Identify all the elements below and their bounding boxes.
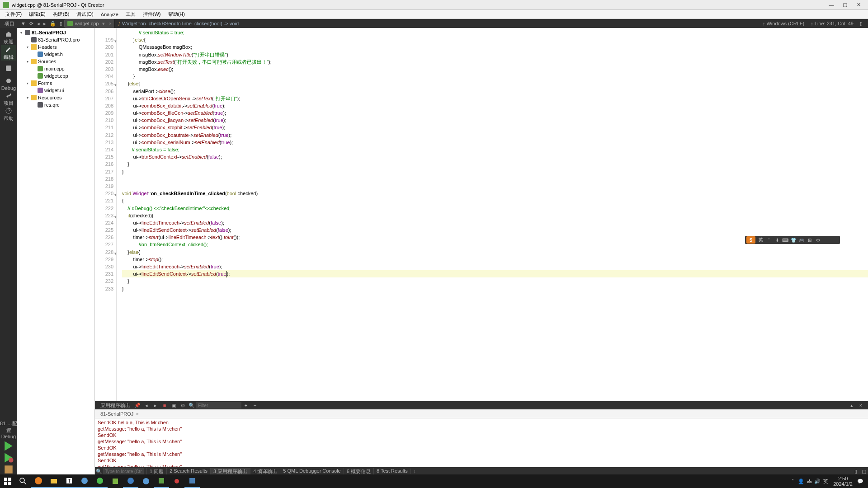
tree-node[interactable]: ▾Sources — [17, 58, 94, 65]
tray-volume-icon[interactable]: 🔊 — [813, 474, 821, 488]
taskbar-app2-icon[interactable] — [108, 474, 123, 488]
tree-node[interactable]: ▾81-SerialPROJ — [17, 29, 94, 36]
minimize-button[interactable]: — — [825, 1, 838, 9]
tray-ime-icon[interactable]: 英 — [821, 474, 830, 488]
panel-button[interactable]: 6 概要信息 — [344, 468, 373, 475]
tree-node[interactable]: 81-SerialPROJ.pro — [17, 36, 94, 43]
line-ending-selector[interactable]: ↕ Windows (CRLF) — [763, 21, 804, 27]
output-filter-input[interactable] — [196, 402, 241, 408]
close-panel-icon[interactable]: ▢ — [861, 468, 867, 474]
lock-icon[interactable]: 🔒 — [48, 21, 58, 27]
menu-item[interactable]: 编辑(E) — [25, 11, 49, 18]
nav-back-icon[interactable]: ◂ — [35, 21, 42, 27]
taskbar-app4-icon[interactable] — [138, 474, 154, 488]
ime-settings-icon[interactable]: ⚙ — [814, 236, 822, 244]
output-zoom-out-icon[interactable]: − — [251, 402, 259, 408]
ime-skin-icon[interactable]: 👕 — [789, 236, 797, 244]
tray-network-icon[interactable]: 🖧 — [805, 474, 813, 488]
menu-item[interactable]: 控件(W) — [139, 11, 165, 18]
ime-game-icon[interactable]: 🎮 — [797, 236, 806, 244]
panel-button[interactable]: 5 QML Debugger Console — [280, 468, 343, 475]
code-body[interactable]: // serialStatus = true; }else{ QMessageB… — [117, 28, 868, 401]
output-stop-icon[interactable]: ■ — [161, 402, 168, 408]
build-button[interactable] — [2, 464, 15, 475]
kit-selector[interactable]: 81-…配置 Debug — [0, 419, 17, 440]
tree-node[interactable]: widget.h — [17, 51, 94, 58]
output-tab-close-icon[interactable]: × — [136, 411, 138, 417]
locator-search-icon[interactable]: 🔍 — [96, 468, 102, 474]
maximize-button[interactable]: ▢ — [838, 1, 852, 9]
tab-close-icon[interactable]: × — [108, 21, 111, 26]
ime-voice-icon[interactable]: ⬇ — [773, 236, 781, 244]
mode-edit[interactable]: 编辑 — [1, 45, 16, 61]
taskbar-app3-icon[interactable] — [123, 474, 138, 488]
taskbar-typora-icon[interactable]: T — [61, 474, 77, 488]
search-icon[interactable] — [15, 474, 31, 488]
start-button[interactable] — [0, 474, 15, 488]
ime-punct-icon[interactable]: ' — [765, 236, 773, 244]
tree-node[interactable]: widget.ui — [17, 87, 94, 94]
output-close-icon[interactable]: × — [857, 402, 864, 408]
panel-button[interactable]: 1 问题 — [146, 468, 166, 475]
tree-node[interactable]: main.cpp — [17, 65, 94, 72]
symbol-crumb[interactable]: ƒ Widget::on_checkBSendInTime_clicked(bo… — [115, 21, 241, 26]
output-collapse-icon[interactable]: ▴ — [848, 402, 855, 408]
tree-node[interactable]: widget.cpp — [17, 72, 94, 80]
mode-bug[interactable]: Debug — [1, 76, 16, 91]
output-next-icon[interactable]: ▸ — [152, 402, 159, 408]
output-body[interactable]: SendOK hello a, This is Mr.chengetMessag… — [95, 418, 868, 467]
menu-item[interactable]: 帮助(H) — [165, 11, 189, 18]
tray-people-icon[interactable]: 👤 — [797, 474, 805, 488]
mode-design[interactable] — [1, 61, 16, 76]
output-zoom-in-icon[interactable]: + — [242, 402, 250, 408]
tree-node[interactable]: ▾Forms — [17, 80, 94, 87]
output-prev-icon[interactable]: ◂ — [143, 402, 150, 408]
panel-dropdown-icon[interactable]: ↕ — [410, 469, 419, 474]
menu-item[interactable]: Analyze — [97, 12, 122, 17]
mode-wrench[interactable]: 项目 — [1, 91, 16, 107]
panel-button[interactable]: 8 Test Results — [373, 468, 410, 475]
output-clear-icon[interactable]: ⊘ — [179, 402, 186, 408]
panel-button[interactable]: 4 编译输出 — [250, 468, 280, 475]
ime-keyboard-icon[interactable]: ⌨ — [781, 236, 789, 244]
tray-up-icon[interactable]: ˄ — [789, 474, 797, 488]
ime-toolbar[interactable]: S 英 ' ⬇ ⌨ 👕 🎮 ⊞ ⚙ — [745, 236, 840, 244]
menu-item[interactable]: 构建(B) — [49, 11, 73, 18]
editor-tab[interactable]: widget.cpp ▾ × — [65, 19, 115, 28]
taskbar-explorer-icon[interactable] — [46, 474, 61, 488]
tree-node[interactable]: ▾Resources — [17, 94, 94, 101]
ime-mode[interactable]: 英 — [757, 236, 765, 244]
sync-icon[interactable]: ⟳ — [28, 21, 35, 27]
output-pin-icon[interactable]: 📌 — [134, 402, 141, 408]
close-button[interactable]: ✕ — [852, 1, 865, 9]
nav-fwd-icon[interactable]: ▸ — [42, 21, 48, 27]
mode-help[interactable]: ?帮助 — [1, 107, 16, 122]
locator-input[interactable] — [103, 468, 144, 474]
sidebar-toggle-icon[interactable]: ▯ — [853, 468, 859, 474]
taskbar-firefox-icon[interactable] — [31, 474, 46, 488]
tray-notifications-icon[interactable]: 💬 — [856, 474, 864, 488]
line-gutter[interactable]: 199▾200201202203204205▾20620720820921021… — [95, 28, 117, 401]
ime-toolbox-icon[interactable]: ⊞ — [806, 236, 814, 244]
tree-node[interactable]: res.qrc — [17, 101, 94, 108]
output-tab[interactable]: 81-SerialPROJ × — [98, 411, 142, 417]
run-debug-button[interactable] — [2, 452, 15, 464]
taskbar-app1-icon[interactable] — [77, 474, 92, 488]
filter-icon[interactable]: ▼ — [19, 21, 28, 26]
taskbar-app5-icon[interactable] — [184, 474, 200, 488]
split-editor-icon[interactable]: ▯ — [860, 21, 863, 27]
menu-item[interactable]: 调试(D) — [73, 11, 97, 18]
taskbar-clock[interactable]: 2:502024/1/2 — [830, 476, 856, 487]
cursor-position[interactable]: ↕ Line: 231, Col: 49 — [811, 21, 854, 27]
taskbar-record-icon[interactable] — [169, 474, 184, 488]
menu-item[interactable]: 文件(F) — [2, 11, 25, 18]
output-search-icon[interactable]: 🔍 — [188, 402, 195, 408]
mode-home[interactable]: 欢迎 — [1, 30, 16, 45]
taskbar-wechat-icon[interactable] — [92, 474, 108, 488]
split-icon[interactable]: ▯ — [58, 21, 64, 27]
output-rerun-icon[interactable]: ▣ — [170, 402, 177, 408]
project-selector[interactable]: 项目 — [0, 20, 19, 27]
menu-item[interactable]: 工具 — [122, 11, 139, 18]
tree-node[interactable]: ▾Headers — [17, 43, 94, 51]
panel-button[interactable]: 2 Search Results — [166, 468, 210, 475]
